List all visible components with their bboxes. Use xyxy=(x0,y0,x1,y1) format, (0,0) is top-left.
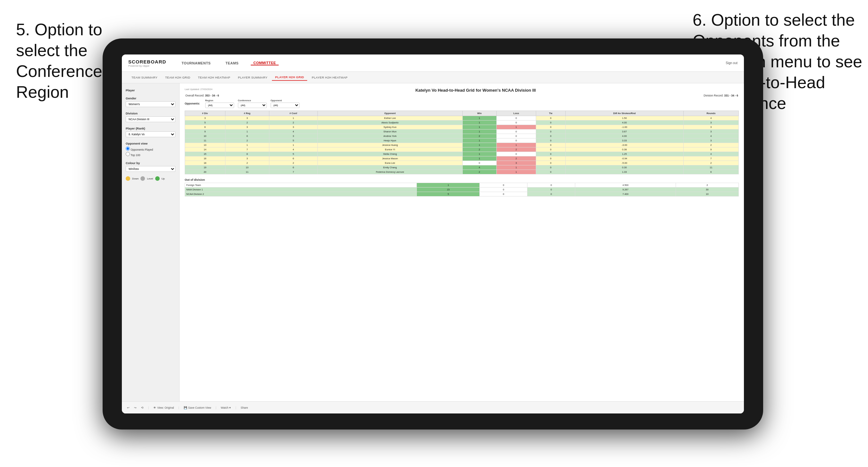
out-of-division: Out of division Foreign Team 1 0 0 4.500… xyxy=(185,178,739,196)
cell-reg: 10 xyxy=(225,165,269,170)
cell-div: 11 xyxy=(185,138,225,143)
cell-conf: 2 xyxy=(269,121,317,125)
cell-loss: 1 xyxy=(496,143,536,148)
rank-label: Player (Rank) xyxy=(126,127,176,130)
division-select[interactable]: NCAA Division III xyxy=(126,116,176,122)
cell-conf: 5 xyxy=(269,138,317,143)
redo-btn[interactable]: ↪ xyxy=(134,406,136,409)
cell-diff: -3.00 xyxy=(566,143,684,148)
out-title: Out of division xyxy=(185,178,739,181)
subnav-player-h2h-grid[interactable]: PLAYER H2H GRID xyxy=(272,74,307,81)
region-select[interactable]: (All) xyxy=(205,102,234,108)
undo-btn[interactable]: ↩ xyxy=(127,406,129,409)
out-cell-win: 15 xyxy=(417,187,480,192)
col-conf: # Conf xyxy=(269,111,317,116)
subnav-player-h2h-heatmap[interactable]: PLAYER H2H HEATMAP xyxy=(308,74,351,81)
out-cell-name: NAIA Division 1 xyxy=(185,187,417,192)
nav-committee[interactable]: COMMITTEE xyxy=(251,61,279,65)
cell-loss: 0 xyxy=(496,121,536,125)
cell-div: 16 xyxy=(185,156,225,161)
cell-reg: 8 xyxy=(225,152,269,156)
cell-diff: -0.94 xyxy=(566,156,684,161)
cell-name: Federica Domecq Lacroze xyxy=(317,170,462,174)
table-row: 13 1 1 Jessica Huang 1 1 0 -3.00 2 xyxy=(185,143,739,148)
nav-tournaments[interactable]: TOURNAMENTS xyxy=(179,61,213,65)
cell-rounds: 4 xyxy=(683,152,739,156)
subnav-player-summary[interactable]: PLAYER SUMMARY xyxy=(235,74,271,81)
save-custom-btn[interactable]: 💾 Save Custom View xyxy=(184,406,211,409)
cell-div: 14 xyxy=(185,148,225,152)
cell-conf: 5 xyxy=(269,152,317,156)
cell-reg: 2 xyxy=(225,161,269,165)
view-original-btn[interactable]: 👁 View: Original xyxy=(153,406,174,409)
gender-select[interactable]: Women's xyxy=(126,101,176,107)
cell-diff: 1.33 xyxy=(566,170,684,174)
col-diff: Diff Av Strokes/Rnd xyxy=(566,111,684,116)
cell-win: 2 xyxy=(462,134,496,138)
share-btn[interactable]: Share xyxy=(241,406,248,409)
top-nav: SCOREBOARD Powered by clippd TOURNAMENTS… xyxy=(122,55,744,72)
out-cell-diff: 7.400 xyxy=(575,192,676,196)
cell-loss: 0 xyxy=(496,152,536,156)
watch-btn[interactable]: Watch ▾ xyxy=(221,406,231,409)
cell-tie: 0 xyxy=(536,161,566,165)
table-row: 20 11 7 Federica Domecq Lacroze 2 1 0 1.… xyxy=(185,170,739,174)
cell-loss: 2 xyxy=(496,156,536,161)
cell-name: Andrea York xyxy=(317,134,462,138)
subnav-team-h2h-grid[interactable]: TEAM H2H GRID xyxy=(162,74,193,81)
cell-loss: 2 xyxy=(496,148,536,152)
out-cell-win: 1 xyxy=(417,183,480,187)
cell-reg: 11 xyxy=(225,170,269,174)
out-cell-diff: 4.500 xyxy=(575,183,676,187)
table-row: NCAA Division 2 5 0 0 7.400 10 xyxy=(185,192,739,196)
opponents-label: Opponents: xyxy=(185,102,200,105)
table-row: 19 10 6 Emily Chang 4 1 0 0.30 11 xyxy=(185,165,739,170)
cell-rounds: 4 xyxy=(683,116,739,121)
col-loss: Loss xyxy=(496,111,536,116)
col-tie: Tie xyxy=(536,111,566,116)
cell-rounds: 9 xyxy=(683,148,739,152)
view-icon: 👁 xyxy=(153,406,156,409)
cell-loss: 0 xyxy=(496,116,536,121)
table-row: 5 2 2 Alexis Sudjianto 1 0 0 4.00 3 xyxy=(185,121,739,125)
logo-text: SCOREBOARD xyxy=(128,59,166,64)
subnav-team-summary[interactable]: TEAM SUMMARY xyxy=(128,74,161,81)
cell-tie: 0 xyxy=(536,134,566,138)
cell-tie: 0 xyxy=(536,156,566,161)
cell-reg: 3 xyxy=(225,156,269,161)
cell-div: 3 xyxy=(185,116,225,121)
history-btn[interactable]: ⟲ xyxy=(141,406,144,409)
out-cell-loss: 0 xyxy=(480,183,527,187)
out-cell-rounds: 10 xyxy=(676,192,739,196)
cell-reg: 3 xyxy=(225,116,269,121)
cell-name: Heejo Hyun xyxy=(317,138,462,143)
radio-opponents-played[interactable]: Opponents Played xyxy=(126,147,176,151)
table-row: 15 8 5 Stella Cheng 1 0 0 1.25 4 xyxy=(185,152,739,156)
opponent-select[interactable]: (All) xyxy=(271,102,300,108)
cell-tie: 0 xyxy=(536,143,566,148)
out-cell-loss: 0 xyxy=(480,192,527,196)
cell-win: 1 xyxy=(462,125,496,129)
rank-select[interactable]: 8. Katelyn Vo xyxy=(126,131,176,137)
sign-out[interactable]: Sign out xyxy=(725,61,738,65)
grid-title: Katelyn Vo Head-to-Head Grid for Women's… xyxy=(212,88,739,93)
dot-level-label: Level xyxy=(147,177,153,180)
conference-select[interactable]: (All) xyxy=(238,102,267,108)
opponent-label: Opponent xyxy=(271,99,300,102)
region-label: Region xyxy=(205,99,234,102)
dot-up-label: Up xyxy=(162,177,165,180)
records-row: Overall Record: 353 - 34 - 6 Division Re… xyxy=(185,94,739,97)
cell-win: 2 xyxy=(462,170,496,174)
colour-by-select[interactable]: Win/loss xyxy=(126,166,176,172)
out-cell-tie: 0 xyxy=(527,192,575,196)
table-row: 9 1 4 Sharon Mun 1 0 0 3.67 3 xyxy=(185,129,739,134)
cell-name: Jessica Huang xyxy=(317,143,462,148)
cell-diff: 3.67 xyxy=(566,129,684,134)
nav-teams[interactable]: TEAMS xyxy=(223,61,241,65)
subnav-team-h2h-heatmap[interactable]: TEAM H2H HEATMAP xyxy=(195,74,234,81)
cell-tie: 0 xyxy=(536,121,566,125)
radio-top100[interactable]: Top 100 xyxy=(126,152,176,157)
out-cell-tie: 0 xyxy=(527,183,575,187)
cell-name: Euna Lee xyxy=(317,161,462,165)
cell-diff: 0.30 xyxy=(566,165,684,170)
